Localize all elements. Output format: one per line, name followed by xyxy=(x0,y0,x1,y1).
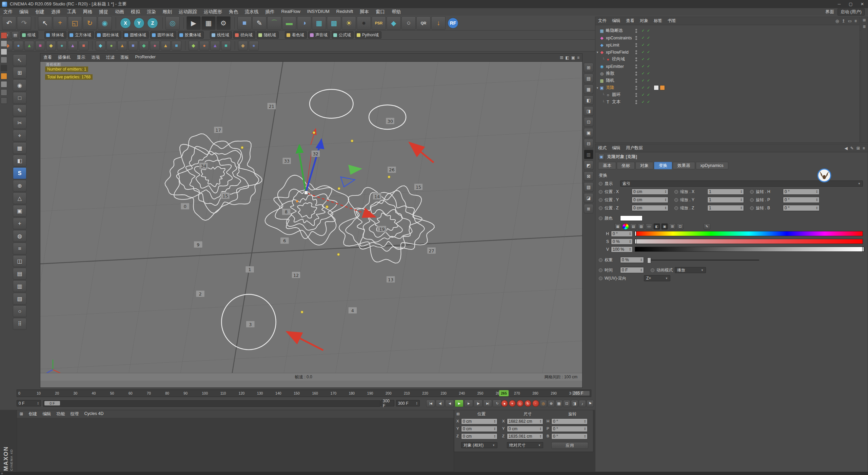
rotation-field[interactable]: 0 °▲▼ xyxy=(783,197,820,203)
next-frame-button[interactable]: ▶ xyxy=(464,400,473,407)
left-strip-icon-4[interactable] xyxy=(1,57,7,63)
undo-button[interactable]: ↶ xyxy=(2,16,16,30)
enabled-check[interactable]: ✓ xyxy=(647,28,650,33)
anim-dot[interactable] xyxy=(599,216,603,220)
tool-palette-icon-9[interactable]: ◧ xyxy=(13,155,26,167)
anim-dot[interactable] xyxy=(674,198,678,202)
left-strip-icon-5[interactable] xyxy=(1,65,7,71)
field-pill-5[interactable]: 圆锥体域 xyxy=(123,31,149,39)
menu-item[interactable]: 流水线 xyxy=(241,9,262,15)
render-to-picture-button[interactable]: ▦ xyxy=(201,16,216,30)
om-menu-item[interactable]: 查看 xyxy=(623,18,637,24)
object-label[interactable]: 圆环 xyxy=(612,92,620,98)
color-swatch[interactable] xyxy=(620,215,643,221)
live-selection-button[interactable]: ↖ xyxy=(38,16,52,30)
rotation-field[interactable]: 0 °▲▼ xyxy=(783,205,820,211)
menu-item[interactable]: 模拟 xyxy=(127,9,143,15)
apply-button[interactable]: 应用 xyxy=(551,442,588,449)
enabled-check[interactable]: ✓ xyxy=(642,36,645,40)
position-field[interactable]: 0 cm▲▼ xyxy=(632,189,668,195)
tool-palette-icon-5[interactable]: ✎ xyxy=(13,104,26,116)
tool-palette-icon-15[interactable]: ◍ xyxy=(13,230,26,242)
close-button[interactable]: ✕ xyxy=(856,2,868,6)
object-label[interactable]: 径向域 xyxy=(612,56,625,62)
visibility-dots[interactable] xyxy=(635,86,637,90)
object-row[interactable]: ▩随机✓✓ xyxy=(595,77,860,84)
tool-palette-icon-19[interactable]: ▥ xyxy=(13,280,26,292)
hsv-H-slider[interactable] xyxy=(635,231,863,236)
next-key-button[interactable]: |▶ xyxy=(474,400,482,407)
tool-palette-icon-3[interactable]: ◉ xyxy=(13,79,26,91)
axis-y-lock-button[interactable]: Y xyxy=(134,18,144,28)
slider-marker[interactable] xyxy=(862,247,864,252)
color-mode-icon-4[interactable]: ▨ xyxy=(638,223,645,230)
weight-slider[interactable] xyxy=(647,260,759,261)
mm-menu-item[interactable]: 创建 xyxy=(26,411,40,417)
field-pill-8[interactable]: 线性域 xyxy=(210,31,232,39)
current-frame-box[interactable]: 265 F xyxy=(571,391,590,396)
xp-icon-16[interactable]: ■ xyxy=(172,41,181,51)
add-spline-button[interactable]: ✎ xyxy=(252,16,267,30)
add-camera-button[interactable]: ◑ xyxy=(297,16,311,30)
tool-palette-icon-1[interactable]: ↖ xyxy=(13,54,26,66)
record-pla-toggle[interactable]: · xyxy=(532,400,539,407)
left-strip-icon-3[interactable] xyxy=(1,49,7,55)
field-pill-3[interactable]: 立方体域 xyxy=(68,31,94,39)
power-slider[interactable]: 0 F xyxy=(43,400,380,407)
anim-dot[interactable] xyxy=(599,198,603,202)
xp-icon-9[interactable]: ◆ xyxy=(96,41,105,51)
viewport-scene[interactable]: 172130323326341515141927131296123408 xyxy=(40,62,582,381)
tool-palette-icon-14[interactable]: + xyxy=(13,217,26,229)
menu-item[interactable]: Redshift xyxy=(333,9,357,15)
anim-dot[interactable] xyxy=(674,190,678,194)
deer-badge-icon[interactable] xyxy=(817,168,832,183)
maximize-button[interactable]: ▢ xyxy=(845,2,856,6)
right-toolbar-icon-4[interactable]: ◧ xyxy=(584,95,593,105)
visibility-dots[interactable] xyxy=(635,93,637,97)
time-field[interactable]: 0 F▲▼ xyxy=(620,267,644,273)
viewport-menu-item[interactable]: ProRender xyxy=(132,55,159,60)
add-floor-button[interactable]: ▬ xyxy=(282,16,296,30)
right-toolbar-icon-9[interactable]: ▥ xyxy=(584,150,593,159)
expand-caret[interactable]: ▾ xyxy=(595,51,599,54)
menu-item[interactable]: 角色 xyxy=(225,9,241,15)
right-toolbar-icon-11[interactable]: ⊠ xyxy=(584,171,593,181)
anim-dot[interactable] xyxy=(599,268,603,272)
object-label[interactable]: 推散 xyxy=(606,71,614,76)
left-strip-icon-6[interactable] xyxy=(1,73,7,79)
hsv-S-slider[interactable] xyxy=(635,239,863,244)
move-tool-button[interactable]: + xyxy=(53,16,67,30)
om-menu-item[interactable]: 文件 xyxy=(595,18,609,24)
right-toolbar-icon-1[interactable]: ⊞ xyxy=(584,63,593,72)
scale-field[interactable]: 1▲▼ xyxy=(707,205,744,211)
right-toolbar-icon-2[interactable]: ▤ xyxy=(584,74,593,83)
right-toolbar-icon-5[interactable]: ◨ xyxy=(584,106,593,116)
object-row[interactable]: └○圆环✓✓ xyxy=(595,91,860,98)
enabled-check[interactable]: ✓ xyxy=(647,43,650,47)
color-mode-icon-3[interactable]: ▤ xyxy=(630,223,637,230)
keying-icon-2[interactable]: ⊕ xyxy=(548,400,555,407)
simulation-button[interactable]: ○ xyxy=(401,16,416,30)
viewport-menu-icon-4[interactable]: ≡ xyxy=(577,55,579,60)
field-pill-14[interactable]: Python域 xyxy=(355,31,381,39)
add-material-button[interactable]: ● xyxy=(357,16,371,30)
enabled-check[interactable]: ✓ xyxy=(647,50,650,54)
menu-item[interactable]: RealFlow xyxy=(278,9,304,15)
tool-palette-icon-22[interactable]: ⠿ xyxy=(13,318,26,330)
object-row[interactable]: ◎推散✓✓ xyxy=(595,70,860,77)
hsv-S-field[interactable]: 0 %▲▼ xyxy=(611,239,633,245)
object-label[interactable]: 略隐断选 xyxy=(606,28,623,34)
viewport-menu-item[interactable]: 面板 xyxy=(118,55,132,60)
tool-palette-icon-6[interactable]: ✂ xyxy=(13,117,26,129)
psr-tool-button[interactable]: PSR xyxy=(372,16,386,30)
mm-menu-item[interactable]: Cycles 4D xyxy=(81,411,106,417)
add-environment-button[interactable]: ▦ xyxy=(312,16,326,30)
mograph-tag-icon[interactable] xyxy=(660,85,665,90)
object-label[interactable]: xpEmitter xyxy=(606,64,624,69)
tool-palette-icon-18[interactable]: ▤ xyxy=(13,268,26,280)
tool-palette-icon-4[interactable]: □ xyxy=(13,92,26,104)
viewport-menu-icon-3[interactable]: ▣ xyxy=(571,55,575,60)
am-menu-item[interactable]: 编辑 xyxy=(609,145,623,151)
rotation-field[interactable]: 0 °▲▼ xyxy=(783,189,820,195)
coords-field[interactable]: 0 cm▲▼ xyxy=(507,426,543,432)
